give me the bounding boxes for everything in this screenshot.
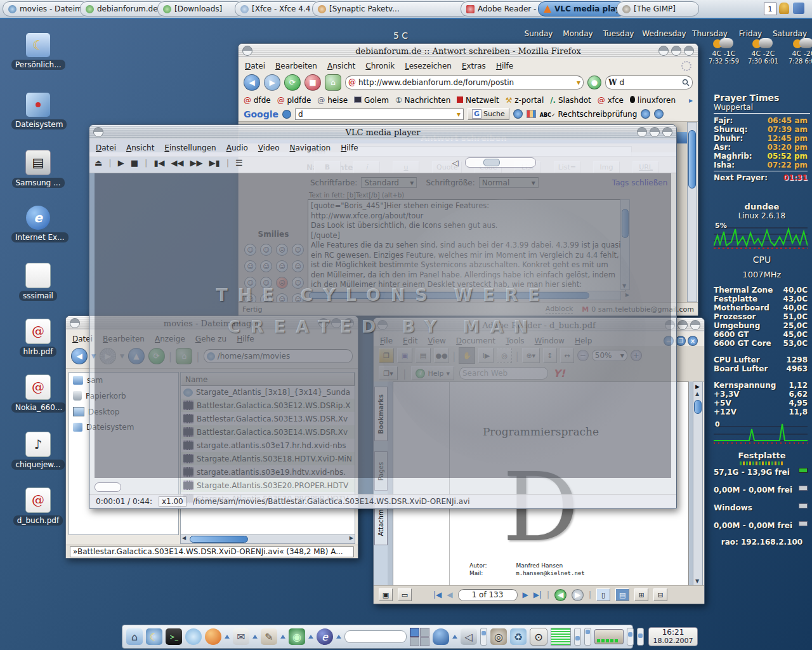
terminal-launcher-icon[interactable]: >_ [166,628,182,645]
desktop-icon-personal[interactable]: ☾ Persönlich... [11,33,65,72]
popup-arrow-icon[interactable] [336,635,341,639]
close-button[interactable] [662,127,672,137]
popup-arrow-icon[interactable] [225,635,230,639]
brightness-slider[interactable] [627,628,634,646]
user-tray-icon[interactable] [779,3,789,14]
menu-datei[interactable]: Datei [245,62,265,70]
menu-lesezeichen[interactable]: Lesezeichen [405,62,452,70]
task-adobe[interactable]: Adobe Reader - d... [461,1,547,17]
games-launcher-icon[interactable] [433,628,449,645]
overflow-chevron-icon[interactable]: ▸ [689,96,693,105]
bookmark-item[interactable]: @ heise [317,96,348,105]
workspace-3[interactable] [410,637,419,646]
toolbar-extra-icon[interactable] [654,109,664,119]
spellcheck-button[interactable]: ABC✓ Rechtschreibprüfung [540,110,637,119]
scroll-thumb[interactable] [694,400,702,414]
continuous-view-button[interactable]: ▤ [615,588,629,601]
playlist-button[interactable]: ☰ [235,158,243,168]
plugin-tray-icon[interactable] [793,3,804,14]
desktop-icon-nokia-pdf[interactable]: @ Nokia_660... [11,375,65,415]
back-button[interactable]: ◀ [71,348,88,364]
webcam-launcher-icon[interactable]: ◉ [289,628,305,645]
slider-thumb[interactable] [483,159,500,166]
news-icon[interactable] [527,110,536,118]
menu-hilfe[interactable]: Hilfe [341,143,358,152]
volume-icon[interactable]: ◁ [461,628,477,645]
scroll-right-arrow[interactable]: ▶ [350,535,353,541]
menu-datei[interactable]: Datei [96,143,116,152]
toolbar-extra-icon[interactable] [641,109,650,119]
sidebar-toggle-icon[interactable]: ▣ [379,588,393,601]
network-card-icon[interactable] [594,629,624,644]
stop-button[interactable]: ■ [304,74,321,91]
volume-slider[interactable] [465,157,536,168]
close-button[interactable] [684,46,694,56]
window-menu-button[interactable] [242,46,252,56]
single-page-button[interactable]: ▯ [596,588,610,601]
menu-video[interactable]: Video [258,143,280,152]
camera-launcher-icon[interactable]: ◎ [490,628,507,645]
scroll-left-arrow[interactable]: ◀ [182,535,186,541]
maximize-button[interactable] [671,46,681,56]
desktop-icon-dbuch-pdf[interactable]: @ d_buch.pdf [11,488,65,528]
mail-launcher-icon[interactable]: ✉ [233,628,249,645]
search-bar[interactable]: W d [605,76,693,90]
minimize-button[interactable] [637,127,647,137]
vlc-titlebar[interactable]: VLC media player [89,125,676,140]
menu-ansicht[interactable]: Ansicht [126,143,154,152]
play-button[interactable]: ▶ [118,158,124,168]
bookmark-item[interactable]: linuxforen [630,96,676,105]
menu-chronik[interactable]: Chronik [365,62,395,70]
google-dropdown-icon[interactable]: ▾ [457,110,461,119]
restore-button[interactable]: ❐ [676,336,686,346]
volume-slider[interactable] [480,628,487,646]
firefox-launcher-icon[interactable] [205,628,221,645]
workspace-1[interactable] [410,628,419,637]
power-button-icon[interactable]: ⊙ [530,628,547,646]
file-list-hscrollbar[interactable]: ◀ ▶ [180,534,355,544]
google-menu-icon[interactable] [282,110,291,119]
workspace-pager[interactable] [410,628,429,646]
window-menu-button[interactable] [70,318,80,328]
page-vscrollbar[interactable] [687,122,697,302]
last-page-button[interactable]: ▶| [534,590,542,599]
mixer-slider[interactable] [574,628,581,646]
eclipse-launcher-icon[interactable]: e [317,628,333,645]
adobe-vscrollbar[interactable]: ▶ ▲ ▼ [693,381,703,586]
search-engine-icon[interactable]: W [608,78,617,87]
popup-arrow-icon[interactable] [280,635,285,639]
search-icon[interactable] [682,79,690,86]
window-menu-button[interactable] [93,127,103,137]
minimize-button[interactable] [658,46,669,56]
workspace-2[interactable] [420,628,429,637]
workspace-4[interactable] [420,637,429,646]
notes-tray-icon[interactable]: 1 [764,3,776,15]
task-gimp[interactable]: [The GIMP] [617,1,699,17]
forward-button[interactable]: ▶ [264,74,280,91]
bookmark-item[interactable]: @ pldfde [277,96,311,105]
maximize-button[interactable] [678,320,688,330]
prev-page-button[interactable]: ◀ [447,590,452,599]
popup-arrow-icon[interactable] [308,635,313,639]
go-button[interactable]: ● [587,76,601,90]
menu-extras[interactable]: Extras [462,62,486,70]
menu-hilfe[interactable]: Hilfe [496,62,513,70]
menu-audio[interactable]: Audio [226,143,248,152]
close-button[interactable]: × [688,336,698,346]
stop-button[interactable]: ■ [131,158,138,168]
close-button[interactable] [690,320,700,330]
google-search-field[interactable]: d▾ [295,109,464,120]
desktop-icon-hlrb-pdf[interactable]: @ hlrb.pdf [11,319,65,359]
vlc-video-area[interactable]: THE CYLONS WERE CREATED BY MAN [95,173,671,478]
bookmark-item[interactable]: Netzwelt [457,96,499,105]
extra-slider[interactable] [637,628,644,646]
page-size-icon[interactable]: ▭ [398,588,412,601]
bookmark-item[interactable]: @ dfde [244,96,271,105]
next-page-button[interactable]: ▶ [523,590,528,599]
clock[interactable]: 16:21 18.02.2007 [648,627,698,646]
home-button[interactable]: ⌂ [325,74,341,91]
task-xfce[interactable]: [Xfce - Xfce 4.4 T... [235,1,321,17]
eject-button[interactable]: ⏏ [95,158,102,168]
desktop-icon-internet-explorer[interactable]: e Internet Ex... [11,206,65,245]
previous-button[interactable]: ▮◀ [154,158,164,168]
